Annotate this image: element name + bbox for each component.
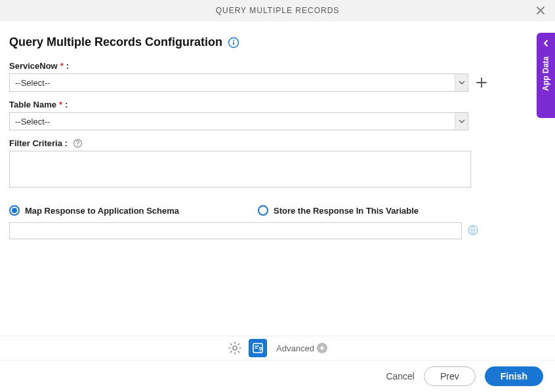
radio-label: Map Response to Application Schema [25,206,179,216]
form-content: Query Multiple Records Configuration Ser… [0,21,555,239]
field-table-name: Table Name *: --Select-- [9,100,546,130]
footer-actions: Cancel Prev Finish [0,361,555,392]
select-value: --Select-- [10,78,455,88]
radio-map-schema[interactable]: Map Response to Application Schema [9,205,179,216]
field-servicenow: ServiceNow *: --Select-- [9,61,546,92]
plus-icon [476,77,487,88]
required-marker: * [59,100,62,109]
settings-button[interactable] [228,341,242,355]
chevron-down-icon [455,74,468,91]
add-servicenow-button[interactable] [474,75,489,90]
label-servicenow: ServiceNow *: [9,61,546,71]
select-servicenow[interactable]: --Select-- [9,73,468,92]
svg-rect-2 [233,41,234,45]
side-tab-label: App Data [541,56,550,91]
label-text: ServiceNow [9,61,58,71]
radio-icon-unselected [258,205,268,216]
bottom-toolbar: Advanced [0,336,555,361]
select-row-servicenow: --Select-- [9,73,546,92]
radio-label: Store the Response In This Variable [274,206,419,216]
help-icon[interactable] [73,138,83,148]
side-tab-app-data[interactable]: App Data [537,33,555,118]
plus-circle-icon [317,343,327,353]
form-help-button[interactable] [249,339,267,357]
page-title-row: Query Multiple Records Configuration [9,35,546,49]
chevron-left-icon [542,39,550,47]
info-icon[interactable] [228,37,239,49]
response-input-row [9,222,546,239]
globe-icon[interactable] [467,224,479,238]
colon: : [65,100,68,109]
close-icon [535,5,546,16]
label-text: Table Name [9,100,56,109]
svg-point-6 [233,346,237,350]
chevron-down-icon [455,113,468,130]
select-table-name[interactable]: --Select-- [9,112,468,130]
page-title: Query Multiple Records Configuration [9,35,222,49]
field-filter-criteria: Filter Criteria : [9,138,546,189]
filter-criteria-input[interactable] [9,151,471,187]
select-value: --Select-- [10,117,455,127]
label-table-name: Table Name *: [9,100,546,109]
radio-store-variable[interactable]: Store the Response In This Variable [258,205,419,216]
cancel-button[interactable]: Cancel [386,371,415,382]
label-filter-criteria: Filter Criteria : [9,138,546,148]
svg-point-1 [233,39,234,41]
finish-button[interactable]: Finish [485,366,543,386]
radio-icon-selected [9,205,20,216]
select-row-table-name: --Select-- [9,112,546,130]
advanced-text: Advanced [276,343,314,353]
advanced-toggle[interactable]: Advanced [276,343,327,353]
colon: : [66,61,69,71]
dialog-title: QUERY MULTIPLE RECORDS [216,6,340,15]
label-text: Filter Criteria : [9,138,68,148]
dialog-header: QUERY MULTIPLE RECORDS [0,0,555,21]
svg-point-4 [77,145,78,146]
response-map-input[interactable] [9,222,462,239]
form-help-icon [251,342,264,355]
svg-point-8 [260,351,260,352]
prev-button[interactable]: Prev [424,366,476,386]
gear-icon [228,341,242,355]
required-marker: * [60,61,64,71]
response-options-row: Map Response to Application Schema Store… [9,205,546,216]
close-button[interactable] [534,4,547,17]
